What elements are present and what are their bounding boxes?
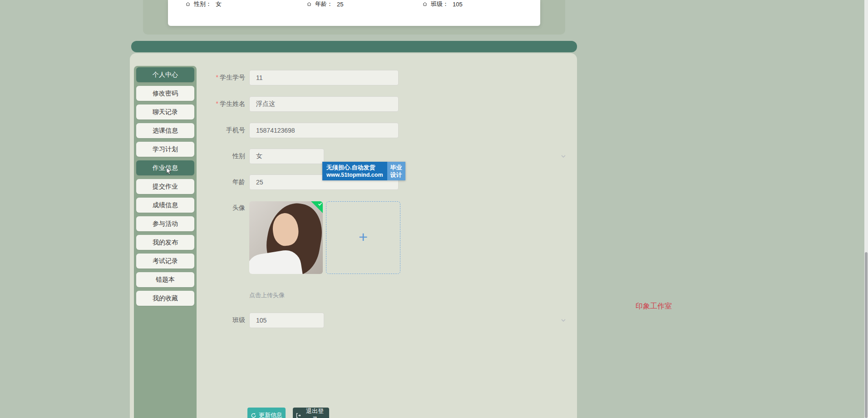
sidebar-item-label: 学习计划	[153, 145, 178, 154]
sidebar-item-wrong-question-book[interactable]: 错题本	[136, 272, 194, 287]
sidebar-item-label: 聊天记录	[153, 108, 178, 116]
phone-row: 手机号 15874123698	[177, 123, 399, 138]
gender-row: 性别 女	[177, 149, 324, 164]
sidebar-item-label: 成绩信息	[153, 201, 178, 209]
mouse-cursor-icon	[166, 167, 173, 175]
gender-label: 性别	[177, 152, 245, 160]
student-id-input[interactable]: 11	[249, 70, 399, 85]
required-asterisk: *	[216, 74, 218, 81]
sidebar-item-label: 个人中心	[153, 71, 178, 79]
sidebar: 个人中心 修改密码 聊天记录 选课信息 学习计划 作业信息 提交作业 成绩信息 …	[134, 66, 197, 418]
update-info-label: 更新信息	[259, 411, 282, 418]
student-portal-screen: 性别： 女 年龄： 25 班级： 105 个人中心 修改密码 聊天记录 选课信息…	[0, 0, 868, 418]
logout-label: 退出登录	[304, 407, 326, 418]
main-content-panel: 个人中心 修改密码 聊天记录 选课信息 学习计划 作业信息 提交作业 成绩信息 …	[130, 53, 577, 418]
phone-label: 手机号	[177, 126, 245, 134]
student-id-row: *学生学号 11	[177, 70, 399, 85]
class-label: 班级	[177, 316, 245, 324]
avatar-upload-hint: 点击上传头像	[249, 291, 285, 299]
sidebar-item-label: 参与活动	[153, 220, 178, 228]
avatar-upload-dropzone[interactable]: +	[326, 201, 400, 274]
avatar-label: 头像	[177, 204, 245, 212]
sidebar-item-label: 作业信息	[153, 164, 178, 172]
summary-class-value: 105	[453, 1, 463, 8]
plus-icon: +	[359, 229, 368, 244]
sidebar-item-label: 我的收藏	[153, 294, 178, 303]
studio-watermark: 印象工作室	[636, 302, 672, 311]
ad-badge-top: 毕业	[390, 164, 402, 171]
sidebar-item-activities[interactable]: 参与活动	[136, 216, 194, 231]
class-select[interactable]: 105	[249, 313, 324, 328]
logout-button[interactable]: 退出登录	[293, 408, 329, 418]
summary-gender-value: 女	[216, 0, 222, 8]
update-info-button[interactable]: 更新信息	[247, 408, 286, 418]
sidebar-item-label: 提交作业	[153, 183, 178, 191]
student-name-row: *学生姓名 浮点这	[177, 96, 399, 112]
sidebar-item-label: 考试记录	[153, 257, 178, 265]
ad-badge-bottom: 设计	[390, 171, 402, 179]
sidebar-item-label: 选课信息	[153, 127, 178, 135]
logout-icon	[296, 413, 301, 418]
student-name-input[interactable]: 浮点这	[249, 96, 399, 112]
check-icon	[318, 202, 322, 206]
sidebar-item-exam-records[interactable]: 考试记录	[136, 254, 194, 269]
watermark-ad-badge: 毕业 设计	[387, 162, 405, 180]
summary-age-value: 25	[337, 1, 343, 8]
class-row: 班级 105	[177, 313, 324, 328]
watermark-ad-text: 无须担心.自动发货 www.51topmind.com	[322, 162, 387, 180]
summary-age-label: 年龄：	[315, 0, 333, 8]
home-icon	[306, 1, 312, 7]
ad-line1: 无须担心.自动发货	[326, 164, 383, 171]
phone-input[interactable]: 15874123698	[249, 123, 399, 138]
chevron-down-icon[interactable]	[560, 317, 567, 323]
sidebar-item-my-favorites[interactable]: 我的收藏	[136, 291, 194, 306]
header-divider-bar	[131, 41, 577, 52]
sidebar-item-label: 我的发布	[153, 239, 178, 247]
summary-class-field: 班级： 105	[422, 0, 463, 8]
student-id-label: *学生学号	[177, 74, 245, 82]
sidebar-item-label: 错题本	[156, 276, 175, 284]
summary-gender-field: 性别： 女	[185, 0, 222, 8]
avatar-photo[interactable]	[249, 201, 323, 274]
required-asterisk: *	[216, 100, 218, 107]
age-label: 年龄	[177, 178, 245, 186]
sidebar-item-my-posts[interactable]: 我的发布	[136, 235, 194, 250]
gender-select[interactable]: 女	[249, 149, 324, 164]
watermark-ad: 无须担心.自动发货 www.51topmind.com 毕业 设计	[322, 162, 405, 180]
summary-class-label: 班级：	[431, 0, 449, 8]
student-name-label: *学生姓名	[177, 100, 245, 108]
home-icon	[185, 1, 191, 7]
chevron-down-icon[interactable]	[560, 153, 567, 159]
profile-summary-card: 性别： 女 年龄： 25 班级： 105	[168, 0, 540, 26]
summary-age-field: 年龄： 25	[306, 0, 343, 8]
page-scrollbar-thumb[interactable]	[865, 252, 868, 418]
home-icon	[422, 1, 428, 7]
ad-line2: www.51topmind.com	[326, 171, 383, 179]
page-scrollbar-track[interactable]	[864, 0, 868, 418]
summary-gender-label: 性别：	[194, 0, 212, 8]
sidebar-item-label: 修改密码	[153, 90, 178, 98]
refresh-icon	[251, 413, 256, 418]
